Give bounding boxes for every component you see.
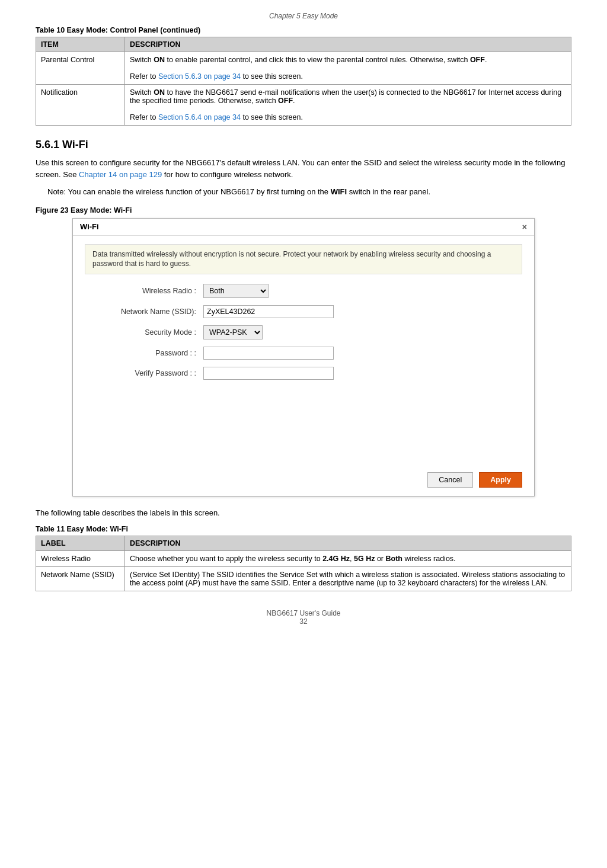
verify-password-label: Verify Password : :	[85, 369, 203, 377]
table-row: Notification Switch ON to have the NBG66…	[36, 85, 571, 126]
on-bold: ON	[154, 56, 165, 64]
table10-row2-item: Notification	[36, 85, 125, 126]
security-mode-control: WPA2-PSK WPA-PSK WEP None	[203, 325, 522, 339]
table11: LABEL DESCRIPTION Wireless Radio Choose …	[36, 536, 571, 591]
security-mode-label: Security Mode :	[85, 328, 203, 337]
table-row: Parental Control Switch ON to enable par…	[36, 52, 571, 85]
wireless-radio-label: Wireless Radio :	[85, 287, 203, 295]
wireless-radio-control: 2.4G Hz 5G Hz Both	[203, 284, 522, 298]
section-564-link[interactable]: Section 5.6.4 on page 34	[158, 113, 241, 121]
note-text: Note: You can enable the wireless functi…	[36, 186, 571, 198]
dialog-title: Wi-Fi	[80, 222, 99, 231]
off-bold2: OFF	[278, 97, 293, 105]
chapter14-link[interactable]: Chapter 14 on page 129	[79, 170, 162, 179]
apply-button[interactable]: Apply	[479, 472, 522, 488]
footer-text: NBG6617 User's Guide	[266, 609, 340, 617]
ssid-input[interactable]	[203, 305, 334, 318]
table10-col-description: DESCRIPTION	[125, 37, 571, 52]
close-icon[interactable]: ×	[522, 222, 527, 232]
security-mode-select[interactable]: WPA2-PSK WPA-PSK WEP None	[203, 325, 263, 339]
password-input[interactable]	[203, 347, 334, 360]
table11-row2-desc: (Service Set IDentity) The SSID identifi…	[125, 566, 571, 591]
dialog-titlebar: Wi-Fi ×	[73, 219, 534, 236]
verify-password-row: Verify Password : :	[85, 367, 522, 380]
ssid-control	[203, 305, 522, 318]
table10-row1-desc: Switch ON to enable parental control, an…	[125, 52, 571, 85]
dialog-spacer	[85, 387, 522, 458]
wifi-dialog: Wi-Fi × Data transmitted wirelessly with…	[72, 218, 535, 497]
password-control	[203, 347, 522, 360]
table11-row2-label: Network Name (SSID)	[36, 566, 125, 591]
table10-row2-desc: Switch ON to have the NBG6617 send e-mai…	[125, 85, 571, 126]
wireless-radio-select[interactable]: 2.4G Hz 5G Hz Both	[203, 284, 269, 298]
table11-row1-desc: Choose whether you want to apply the wir…	[125, 550, 571, 566]
table11-col-label: LABEL	[36, 536, 125, 550]
page-header: Chapter 5 Easy Mode	[36, 12, 571, 20]
table11-row1-label: Wireless Radio	[36, 550, 125, 566]
table11-intro: The following table describes the labels…	[36, 507, 571, 519]
table11-col-description: DESCRIPTION	[125, 536, 571, 550]
dialog-footer: Cancel Apply	[73, 466, 534, 496]
table-row: Wireless Radio Choose whether you want t…	[36, 550, 571, 566]
wireless-radio-row: Wireless Radio : 2.4G Hz 5G Hz Both	[85, 284, 522, 298]
ssid-row: Network Name (SSID):	[85, 305, 522, 318]
table-row: Network Name (SSID) (Service Set IDentit…	[36, 566, 571, 591]
table10-col-item: ITEM	[36, 37, 125, 52]
table10-row1-item: Parental Control	[36, 52, 125, 85]
footer-page: 32	[299, 617, 307, 626]
table11-title: Table 11 Easy Mode: Wi-Fi	[36, 525, 571, 533]
figure-label: Figure 23 Easy Mode: Wi-Fi	[36, 206, 571, 214]
section-563-link[interactable]: Section 5.6.3 on page 34	[158, 72, 241, 81]
off-bold: OFF	[470, 56, 485, 64]
page-footer: NBG6617 User's Guide 32	[36, 609, 571, 626]
both-bold: Both	[385, 555, 402, 563]
verify-password-control	[203, 367, 522, 380]
verify-password-input[interactable]	[203, 367, 334, 380]
5ghz-bold: 5G Hz	[354, 555, 375, 563]
password-label: Password : :	[85, 349, 203, 357]
section-heading-561: 5.6.1 Wi-Fi	[36, 139, 571, 151]
security-mode-row: Security Mode : WPA2-PSK WPA-PSK WEP Non…	[85, 325, 522, 339]
24ghz-bold: 2.4G Hz	[322, 555, 350, 563]
wifi-notice: Data transmitted wirelessly without encr…	[85, 244, 522, 275]
section-body-text: Use this screen to configure security fo…	[36, 157, 571, 180]
wifi-bold: WIFI	[331, 187, 347, 196]
ssid-label: Network Name (SSID):	[85, 308, 203, 316]
password-row: Password : :	[85, 347, 522, 360]
on-bold2: ON	[154, 88, 165, 97]
table10-title: Table 10 Easy Mode: Control Panel (conti…	[36, 26, 571, 34]
table10: ITEM DESCRIPTION Parental Control Switch…	[36, 37, 571, 126]
dialog-body: Data transmitted wirelessly without encr…	[73, 236, 534, 467]
cancel-button[interactable]: Cancel	[427, 472, 473, 488]
